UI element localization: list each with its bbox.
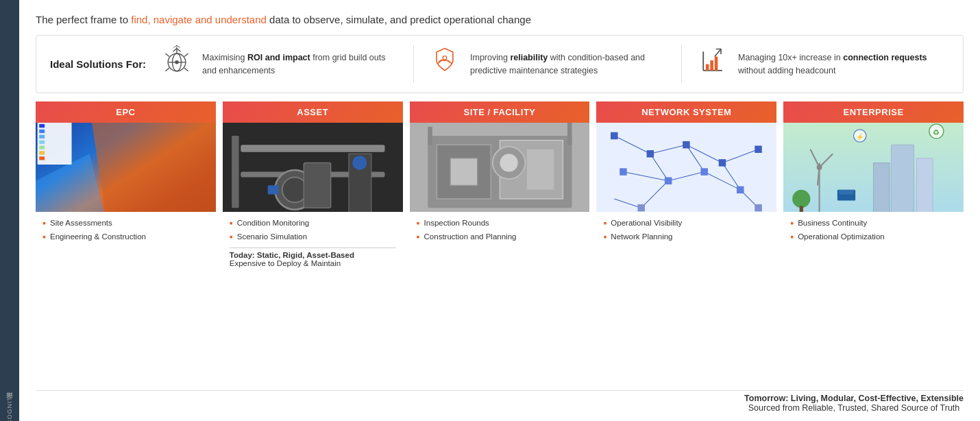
asset-bottom-note: Today: Static, Rigid, Asset-Based Expens… [230,248,396,267]
svg-rect-73 [665,177,672,184]
svg-rect-39 [267,185,278,194]
card-image-site [410,123,590,212]
card-site: SITE / FACILITY ▪ [410,101,590,382]
card-bullets-epc: ▪ Site Assessments ▪ Engineering & Const… [36,212,216,382]
svg-line-8 [177,45,180,48]
tomorrow-text: Tomorrow: Living, Modular, Cost-Effectiv… [744,394,964,413]
svg-rect-29 [39,135,45,139]
svg-rect-43 [232,136,239,208]
cards-section: EPC [36,101,964,382]
svg-rect-35 [241,145,384,152]
card-header-network: NETWORK SYSTEM [596,101,776,123]
bullet-dot-asset-2: ▪ [230,231,233,243]
svg-line-9 [165,53,169,57]
svg-rect-48 [450,158,477,185]
solution-text-connections: Managing 10x+ increase in connection req… [738,51,935,77]
svg-rect-74 [701,168,709,176]
card-header-site: SITE / FACILITY [410,101,590,123]
svg-rect-80 [892,145,914,212]
bullet-epc-1: ▪ Site Assessments [42,217,209,229]
svg-rect-30 [39,141,45,144]
today-note-text: Today: Static, Rigid, Asset-Based Expens… [230,251,396,267]
solution-text-roi: Maximising ROI and impact from grid buil… [202,51,400,77]
card-bullets-enterprise: ▪ Business Continuity ▪ Operational Opti… [783,212,964,382]
bullet-site-2: ▪ Construction and Planning [417,231,583,243]
bullet-asset-2: ▪ Scenario Simulation [230,231,396,243]
bullet-dot-network-1: ▪ [603,217,607,229]
ideal-solutions-box: Ideal Solutions For: [36,35,964,93]
bullet-epc-2: ▪ Engineering & Construction [42,231,209,243]
bottom-section: Tomorrow: Living, Modular, Cost-Effectiv… [36,390,964,413]
solution-block-roi: Maximising ROI and impact from grid buil… [146,45,413,83]
bullet-dot-site-2: ▪ [417,231,420,243]
enterprise-illustration: ♻ ⚡ [783,123,964,212]
svg-line-20 [715,49,721,57]
card-header-asset: ASSET [223,101,403,123]
svg-rect-28 [39,130,45,133]
svg-line-10 [184,53,188,57]
svg-rect-75 [737,187,744,194]
svg-point-50 [500,154,517,171]
svg-rect-27 [39,124,45,128]
svg-rect-82 [874,163,890,212]
svg-line-7 [173,45,177,48]
card-epc: EPC [36,101,216,382]
card-bullets-asset: ▪ Condition Monitoring ▪ Scenario Simula… [223,212,403,382]
card-bullets-site: ▪ Inspection Rounds ▪ Construction and P… [410,212,590,382]
svg-point-42 [352,156,367,170]
tagline: The perfect frame to find, navigate and … [36,12,964,27]
card-enterprise: ENTERPRISE [783,101,964,382]
svg-rect-72 [755,145,763,153]
card-image-epc [36,123,216,212]
svg-rect-69 [647,150,654,158]
solution-block-reliability: Improving reliability with condition-bas… [413,45,681,83]
wind-map-visualization [36,123,216,212]
bullet-network-1: ▪ Operational Visibility [603,217,770,229]
bullet-dot-enterprise-1: ▪ [790,217,794,229]
tagline-highlight: find, navigate and understand [131,14,267,25]
svg-rect-51 [526,149,553,190]
svg-line-4 [173,49,177,52]
card-header-enterprise: ENTERPRISE [783,101,964,123]
handshake-icon [428,45,462,83]
bullet-enterprise-2: ▪ Operational Optimization [790,231,957,243]
svg-rect-89 [840,190,854,195]
svg-rect-71 [719,159,726,167]
svg-text:⚡: ⚡ [856,133,864,141]
svg-rect-32 [39,151,45,154]
card-image-asset [223,123,403,212]
bullet-enterprise-1: ▪ Business Continuity [790,217,957,229]
card-image-network [596,123,776,212]
svg-rect-19 [715,57,718,71]
svg-rect-31 [39,145,45,149]
tagline-suffix: data to observe, simulate, and predict o… [267,14,531,25]
svg-point-87 [817,165,822,170]
svg-rect-53 [567,123,572,145]
bullet-network-2: ▪ Network Planning [603,231,770,243]
main-content: The perfect frame to find, navigate and … [19,0,980,421]
svg-line-5 [177,49,181,52]
globe-icon [160,45,194,83]
svg-rect-68 [611,132,618,140]
card-network: NETWORK SYSTEM [596,101,776,382]
bullet-site-1: ▪ Inspection Rounds [417,217,583,229]
card-bullets-network: ▪ Operational Visibility ▪ Network Plann… [596,212,776,382]
card-header-epc: EPC [36,101,216,123]
svg-point-14 [443,56,447,60]
svg-rect-91 [800,206,803,212]
svg-text:♻: ♻ [933,128,940,136]
sidebar: ≋ COGNITE [0,0,19,421]
bullet-dot-enterprise-2: ▪ [790,231,794,243]
svg-rect-78 [755,204,763,212]
bullet-dot-epc-2: ▪ [42,231,46,243]
bullet-asset-1: ▪ Condition Monitoring [230,217,396,229]
svg-rect-76 [620,168,628,176]
svg-rect-81 [917,158,933,212]
solution-text-reliability: Improving reliability with condition-bas… [470,51,667,77]
svg-rect-33 [39,156,45,160]
svg-rect-70 [683,141,691,149]
svg-rect-40 [304,163,330,208]
network-diagram [596,123,776,212]
tagline-prefix: The perfect frame to [36,14,131,25]
svg-rect-18 [710,60,713,71]
